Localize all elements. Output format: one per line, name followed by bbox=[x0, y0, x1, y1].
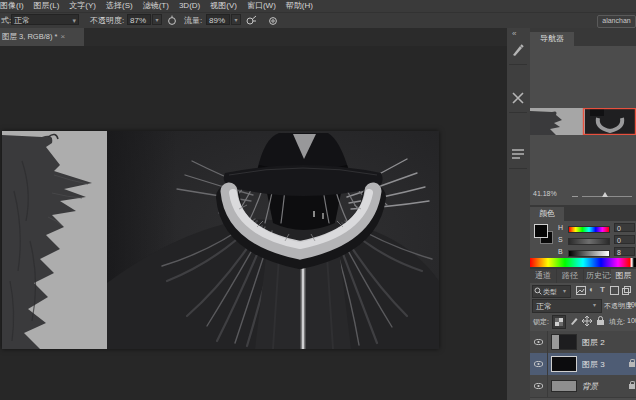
color-spectrum-ramp[interactable] bbox=[530, 258, 636, 267]
document-tab[interactable]: 图层 3, RGB/8) *× bbox=[0, 28, 84, 46]
lock-pixels-icon[interactable] bbox=[569, 316, 579, 326]
lock-icon bbox=[629, 362, 635, 367]
menu-select[interactable]: 选择(S) bbox=[106, 1, 133, 10]
document-title: 图层 3, RGB/8) * bbox=[2, 32, 57, 41]
clone-source-panel-icon[interactable] bbox=[510, 90, 526, 106]
zoom-slider-thumb[interactable] bbox=[602, 192, 608, 197]
zoom-out-icon[interactable] bbox=[572, 196, 578, 197]
lock-icon bbox=[629, 384, 635, 389]
layer-thumbnail[interactable] bbox=[551, 356, 577, 372]
brightness-label: B bbox=[558, 248, 563, 255]
filter-smart-objects-icon[interactable] bbox=[622, 286, 631, 295]
brightness-value[interactable]: 8 bbox=[614, 247, 635, 256]
tab-layers[interactable]: 图层 bbox=[611, 269, 636, 283]
chevron-down-icon: ▾ bbox=[563, 287, 566, 294]
brightness-row: B 8 % bbox=[558, 248, 636, 257]
menu-3d[interactable]: 3D(D) bbox=[179, 1, 200, 10]
canvas-area[interactable] bbox=[0, 46, 507, 400]
menu-image[interactable]: 图像(I) bbox=[0, 1, 24, 10]
menu-bar: 图像(I)图层(L)文字(Y)选择(S)滤镜(T)3D(D)视图(V)窗口(W)… bbox=[0, 0, 636, 13]
tablet-pressure-size-icon[interactable] bbox=[268, 15, 278, 25]
layer-thumbnail[interactable] bbox=[551, 380, 577, 392]
mode-label: 式: bbox=[1, 14, 11, 28]
opacity-label: 不透明度: bbox=[90, 14, 124, 28]
navigator-panel: 41.18% bbox=[530, 46, 636, 205]
open-document[interactable] bbox=[2, 131, 439, 349]
tab-channels[interactable]: 通道 bbox=[530, 269, 556, 283]
lock-position-icon[interactable] bbox=[582, 316, 592, 326]
blend-mode-dropdown[interactable]: 正常▾ bbox=[11, 14, 79, 25]
flow-label: 流量: bbox=[184, 14, 202, 28]
fill-label: 填充: bbox=[609, 317, 625, 327]
tab-color[interactable]: 颜色 bbox=[530, 207, 564, 221]
hue-slider[interactable] bbox=[568, 226, 610, 233]
layer-name[interactable]: 图层 3 bbox=[582, 359, 605, 370]
tablet-pressure-opacity-icon[interactable] bbox=[167, 15, 177, 25]
chevron-down-icon: ▾ bbox=[593, 301, 596, 308]
fill-value[interactable]: 100% bbox=[627, 317, 636, 324]
zoom-percentage[interactable]: 41.18% bbox=[533, 190, 557, 197]
menu-help[interactable]: 帮助(H) bbox=[286, 1, 313, 10]
hue-value[interactable]: 0 bbox=[614, 223, 635, 232]
filter-pixel-layers-icon[interactable] bbox=[576, 286, 586, 295]
layer-filter-dropdown[interactable]: 类型 ▾ bbox=[532, 285, 571, 298]
menu-view[interactable]: 视图(V) bbox=[210, 1, 237, 10]
airbrush-icon[interactable] bbox=[246, 15, 257, 25]
menu-filter[interactable]: 滤镜(T) bbox=[143, 1, 169, 10]
layer-row-layer2[interactable]: 图层 2 bbox=[530, 331, 636, 354]
layer-name[interactable]: 背景 bbox=[582, 381, 598, 392]
hue-label: H bbox=[558, 224, 563, 231]
layer-blend-mode-dropdown[interactable]: 正常 ▾ bbox=[532, 299, 602, 313]
artwork-left-figure bbox=[2, 131, 107, 349]
layer-row-background[interactable]: 背景 bbox=[530, 375, 636, 398]
layers-panel: 类型 ▾ ◐ T 正常 ▾ 不透明度: 100% 锁定: bbox=[530, 283, 636, 400]
chevron-down-icon: ▾ bbox=[72, 15, 76, 26]
document-tab-bar: 图层 3, RGB/8) *× bbox=[0, 28, 507, 46]
filter-type-label: 类型 bbox=[543, 287, 557, 297]
saturation-row: S 0 % bbox=[558, 236, 636, 245]
filter-type-layers-icon[interactable]: T bbox=[600, 285, 605, 294]
saturation-slider[interactable] bbox=[568, 238, 610, 245]
tab-navigator[interactable]: 导航器 bbox=[530, 32, 574, 46]
lock-all-icon[interactable] bbox=[596, 316, 605, 326]
filter-shape-layers-icon[interactable] bbox=[610, 286, 619, 295]
collapsed-panel-strip: « bbox=[507, 28, 531, 400]
panel-dock: « 导航器 41.18% bbox=[507, 28, 636, 400]
panel-column: 导航器 41.18% 颜色 bbox=[530, 28, 636, 400]
character-panel-icon[interactable] bbox=[510, 146, 526, 162]
flow-value[interactable]: 89% bbox=[206, 14, 230, 25]
hue-row: H 0 ° bbox=[558, 224, 636, 233]
close-icon[interactable]: × bbox=[60, 32, 65, 41]
menu-window[interactable]: 窗口(W) bbox=[247, 1, 276, 10]
brush-panel-icon[interactable] bbox=[510, 42, 526, 58]
expand-panels-icon[interactable]: « bbox=[512, 29, 516, 38]
lock-label: 锁定: bbox=[533, 317, 549, 327]
opacity-slider-arrow[interactable]: ▾ bbox=[152, 14, 162, 25]
visibility-eye-icon[interactable] bbox=[534, 383, 543, 389]
foreground-color-swatch[interactable] bbox=[534, 224, 548, 238]
menu-type[interactable]: 文字(Y) bbox=[69, 1, 96, 10]
layer-row-layer3-selected[interactable]: 图层 3 bbox=[530, 353, 636, 376]
flow-slider-arrow[interactable]: ▾ bbox=[231, 14, 241, 25]
brightness-slider[interactable] bbox=[568, 250, 610, 257]
saturation-label: S bbox=[558, 236, 563, 243]
tab-paths[interactable]: 路径 bbox=[557, 269, 583, 283]
visibility-eye-icon[interactable] bbox=[534, 339, 543, 345]
visibility-eye-icon[interactable] bbox=[534, 361, 543, 367]
user-account-button[interactable]: alanchan bbox=[597, 15, 636, 28]
opacity-value[interactable]: 87% bbox=[127, 14, 151, 25]
layer-name[interactable]: 图层 2 bbox=[582, 337, 605, 348]
lock-transparency-button[interactable] bbox=[552, 315, 566, 329]
artwork-main-painting bbox=[107, 131, 439, 349]
layer-thumbnail[interactable] bbox=[551, 334, 577, 350]
search-icon bbox=[534, 287, 542, 295]
filter-adjustment-layers-icon[interactable]: ◐ bbox=[589, 285, 594, 294]
layer-opacity-value[interactable]: 100% bbox=[627, 301, 636, 308]
photoshop-window: 图像(I)图层(L)文字(Y)选择(S)滤镜(T)3D(D)视图(V)窗口(W)… bbox=[0, 0, 636, 400]
menu-layer[interactable]: 图层(L) bbox=[34, 1, 60, 10]
navigator-thumbnail[interactable] bbox=[530, 108, 636, 135]
saturation-value[interactable]: 0 bbox=[614, 235, 635, 244]
tool-options-bar: 式: 正常▾ 不透明度: 87% ▾ 流量: 89% ▾ bbox=[0, 13, 636, 29]
